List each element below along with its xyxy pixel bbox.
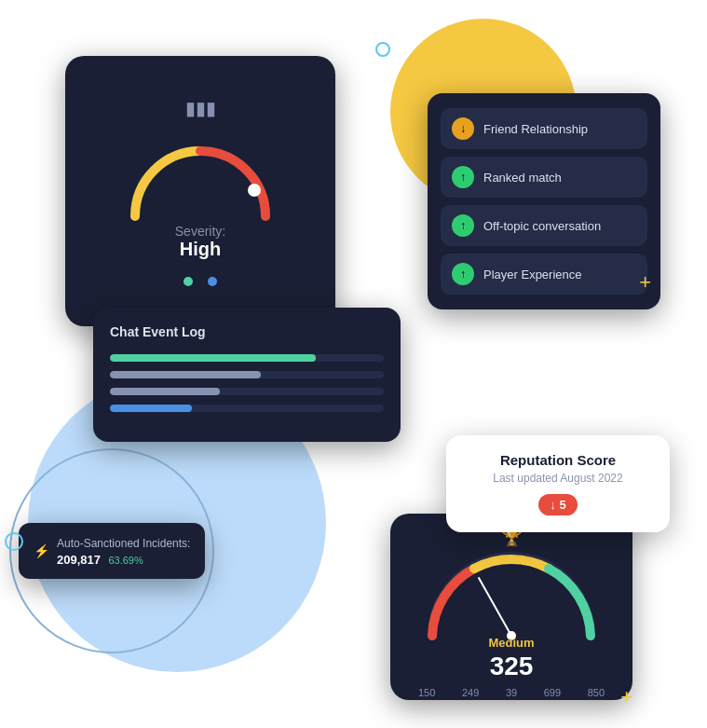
- category-item-off-topic[interactable]: ↑Off-topic conversation: [441, 205, 647, 246]
- scale-249: 249: [462, 687, 479, 698]
- bar-row-3: [110, 405, 384, 412]
- sanction-label: Auto-Sanctioned Incidents:: [57, 537, 190, 550]
- bar-track-0: [110, 354, 384, 362]
- dot-blue: [208, 277, 217, 286]
- down-arrow-icon: ↓: [452, 117, 474, 140]
- bar-row-0: [110, 354, 384, 362]
- category-item-friend-relationship[interactable]: ↓Friend Relationship: [441, 108, 647, 149]
- category-label-ranked-match: Ranked match: [483, 171, 562, 185]
- plus-decoration-1: +: [639, 270, 651, 295]
- svg-line-1: [479, 578, 511, 636]
- up-arrow-icon: ↑: [452, 166, 474, 188]
- dot-green: [184, 277, 193, 286]
- sanction-percentage: 63.69%: [108, 555, 143, 566]
- reputation-badge: ↓ 5: [538, 494, 577, 515]
- sanction-content: Auto-Sanctioned Incidents: 209,817 63.69…: [57, 534, 190, 568]
- bar-track-3: [110, 405, 384, 412]
- chat-card: Chat Event Log: [93, 308, 401, 442]
- scale-850: 850: [588, 687, 605, 698]
- scene: + + ▮▮▮ Severity: High ↓Frie: [0, 0, 707, 728]
- gauge-scale-row: 150 249 39 699 850: [418, 687, 605, 698]
- bar-track-2: [110, 388, 384, 395]
- gauge-score: 325: [490, 652, 534, 681]
- scale-150: 150: [418, 687, 435, 698]
- bar-fill-1: [110, 371, 261, 378]
- reputation-title: Reputation Score: [465, 452, 651, 468]
- scale-top-39: 39: [506, 687, 517, 698]
- severity-gauge-container: [116, 123, 284, 226]
- bottom-gauge-card: 🏆 Medium 325 150 249 39 699 850: [390, 514, 632, 700]
- up-arrow-icon: ↑: [452, 214, 474, 237]
- bar-fill-2: [110, 388, 220, 395]
- reputation-badge-text: ↓ 5: [550, 498, 565, 512]
- bar-row-2: [110, 388, 384, 395]
- chat-title: Chat Event Log: [110, 324, 384, 339]
- category-label-off-topic: Off-topic conversation: [483, 219, 601, 233]
- reputation-subtitle: Last updated August 2022: [465, 472, 651, 485]
- bar-track-1: [110, 371, 384, 378]
- up-arrow-icon: ↑: [452, 263, 474, 285]
- bar-chart-icon: ▮▮▮: [185, 97, 216, 119]
- lightning-icon: ⚡: [34, 543, 49, 558]
- dot-small-blue: [375, 42, 390, 57]
- category-item-player-experience[interactable]: ↑Player Experience: [441, 254, 647, 295]
- dot-outline-blue: [5, 532, 23, 551]
- bar-row-1: [110, 371, 384, 378]
- svg-point-0: [248, 184, 261, 197]
- scale-699: 699: [544, 687, 561, 698]
- reputation-card: Reputation Score Last updated August 202…: [446, 435, 670, 532]
- bar-fill-3: [110, 405, 192, 412]
- severity-value: High: [175, 239, 225, 260]
- category-card: ↓Friend Relationship↑Ranked match↑Off-to…: [428, 93, 660, 309]
- severity-gauge-svg: [116, 123, 284, 235]
- plus-decoration-2: +: [620, 685, 632, 709]
- sanction-card: ⚡ Auto-Sanctioned Incidents: 209,817 63.…: [19, 523, 205, 579]
- dots-row: [184, 277, 217, 286]
- sanction-number: 209,817: [57, 553, 101, 567]
- category-label-player-experience: Player Experience: [483, 268, 582, 282]
- severity-card: ▮▮▮ Severity: High: [65, 56, 335, 326]
- bar-fill-0: [110, 354, 316, 362]
- gauge-medium-label: Medium: [488, 636, 534, 650]
- category-item-ranked-match[interactable]: ↑Ranked match: [441, 157, 647, 198]
- category-label-friend-relationship: Friend Relationship: [483, 122, 588, 136]
